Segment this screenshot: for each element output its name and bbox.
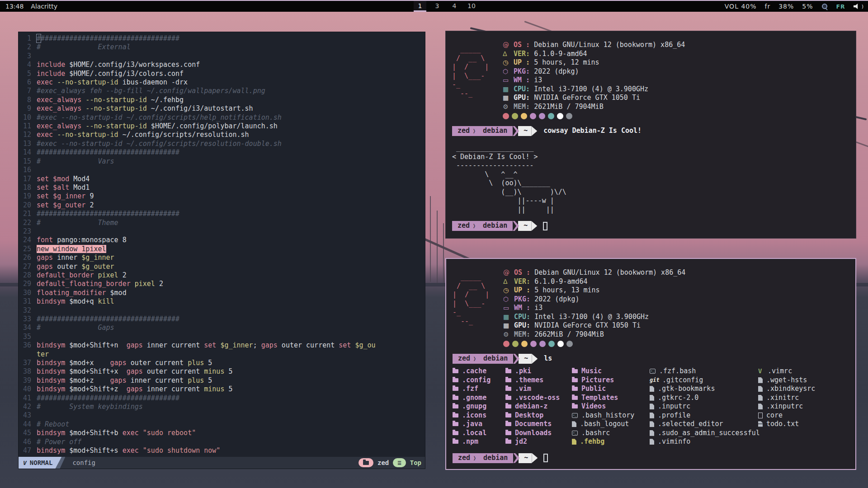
- code-line-20[interactable]: 20set $g_outer 2: [19, 201, 425, 210]
- fetch-row-wm: ▭WM : i3: [503, 304, 685, 313]
- ls-entry: .viminfo: [650, 437, 758, 446]
- editor-statusline: V NORMAL config zed ≡ Top: [19, 457, 425, 469]
- palette-dot: [503, 341, 509, 347]
- code-line-39[interactable]: 39bindsym $mod+z gaps inner current plus…: [19, 376, 425, 385]
- code-line-28[interactable]: 28default_border pixel 2: [19, 271, 425, 280]
- code-line-30[interactable]: 30floating_modifier $mod: [19, 289, 425, 297]
- workspace-10[interactable]: 10: [465, 1, 478, 12]
- code-line-41[interactable]: 41###################################: [19, 394, 425, 403]
- line-number: 13: [19, 140, 37, 148]
- prompt-user: zed: [452, 221, 473, 231]
- workspace-1[interactable]: 1: [414, 1, 426, 12]
- code-line-8[interactable]: 8exec_always --no-startup-id ~/.fehbg: [19, 96, 425, 104]
- statusline-right: zed ≡ Top: [359, 458, 425, 467]
- code-line-15[interactable]: 15# Vars: [19, 157, 425, 166]
- code-line-10[interactable]: 10#exec --no-startup-id ~/.config/script…: [19, 113, 425, 122]
- workspace-3[interactable]: 3: [431, 1, 443, 12]
- prompt-chevron-icon: [474, 453, 478, 463]
- code-line-40[interactable]: 40bindsym $mod+Shift+z gaps inner curren…: [19, 385, 425, 394]
- code-line-9[interactable]: 9exec_always --no-startup-id ~/.config/i…: [19, 104, 425, 113]
- folder-icon: [453, 413, 458, 418]
- line-number: 8: [19, 96, 37, 104]
- code-line-13[interactable]: 13#exec --no-startup-id ~/.config/script…: [19, 140, 425, 148]
- code-line-3[interactable]: 3: [19, 52, 425, 61]
- mode-segment: V NORMAL: [19, 457, 61, 469]
- line-text: set $g_inner 9: [37, 192, 380, 201]
- code-line-29[interactable]: 29default_floating_border pixel 2: [19, 280, 425, 288]
- code-line-2[interactable]: 2# External: [19, 43, 425, 52]
- code-line-33[interactable]: 33###################################: [19, 315, 425, 324]
- ls-entry-name: .fehbg: [580, 437, 604, 446]
- code-line-14[interactable]: 14###################################: [19, 148, 425, 157]
- code-line-32[interactable]: 32: [19, 306, 425, 315]
- workspace-4[interactable]: 4: [448, 1, 461, 12]
- palette-dot: [557, 341, 564, 347]
- code-line-42[interactable]: 42# System keybindings: [19, 403, 425, 411]
- keyboard-layout-indicator[interactable]: FR: [836, 3, 845, 10]
- ls-entry-name: debian-z: [515, 402, 547, 411]
- line-text: default_floating_border pixel 2: [37, 280, 380, 288]
- code-area[interactable]: 1###################################2# E…: [19, 32, 425, 457]
- code-line-24[interactable]: 24font pango:monospace 8: [19, 236, 425, 244]
- prompt-row-idle[interactable]: zeddebian~: [452, 221, 856, 231]
- code-line-18[interactable]: 18set $alt Mod1: [19, 183, 425, 192]
- editor-window[interactable]: 1###################################2# E…: [18, 32, 425, 469]
- vim-icon: V: [758, 367, 764, 376]
- magnifier-tray-icon[interactable]: [821, 3, 828, 10]
- ls-entry-name: .themes: [515, 376, 543, 385]
- code-line-36[interactable]: 36bindsym $mod+Shift+n gaps inner curren…: [19, 341, 425, 359]
- palette-dot: [566, 341, 573, 347]
- palette-dot: [548, 113, 554, 119]
- ver-label: VER:: [514, 277, 534, 286]
- fetch-row-mem: ⚙MEM: 2621MiB / 7904MiB: [503, 103, 685, 112]
- ver-label: VER:: [514, 50, 534, 59]
- code-line-35[interactable]: 35: [19, 333, 425, 341]
- code-line-44[interactable]: 44# Reboot: [19, 420, 425, 429]
- memory-percent: 38%: [778, 3, 794, 10]
- ls-entry-name: .profile: [658, 411, 690, 420]
- code-line-1[interactable]: 1###################################: [19, 34, 425, 43]
- code-line-34[interactable]: 34# Gaps: [19, 324, 425, 332]
- code-line-43[interactable]: 43: [19, 411, 425, 420]
- code-line-11[interactable]: 11exec_always --no-startup-id $HOME/.con…: [19, 122, 425, 131]
- terminal-window-bottom[interactable]: _____ / __ \ | / | | \___- -_ --_@OS : D…: [445, 258, 856, 470]
- code-line-45[interactable]: 45bindsym $mod+Shift+b exec "sudo reboot…: [19, 429, 425, 437]
- terminal-window-top[interactable]: _____ / __ \ | / | | \___- -_ --_@OS : D…: [445, 31, 856, 239]
- code-line-6[interactable]: 6exec --no-startup-id ibus-daemon -drx: [19, 78, 425, 87]
- code-line-38[interactable]: 38bindsym $mod+Shift+x gaps outer curren…: [19, 367, 425, 376]
- code-line-12[interactable]: 12exec --no-startup-id ~/.config/scripts…: [19, 131, 425, 139]
- line-number: 41: [19, 394, 37, 403]
- code-line-25[interactable]: 25new_window 1pixel: [19, 245, 425, 253]
- prompt-arrow-tip: [532, 453, 538, 463]
- code-line-17[interactable]: 17set $mod Mod4: [19, 175, 425, 183]
- prompt-row-idle[interactable]: zeddebian~: [453, 453, 855, 464]
- code-line-47[interactable]: 47bindsym $mod+Shift+s exec "sudo shutdo…: [19, 446, 425, 455]
- code-line-37[interactable]: 37bindsym $mod+x gaps outer current plus…: [19, 359, 425, 367]
- ls-entry-name: .gnome: [462, 394, 486, 403]
- ls-entry: Downloads: [505, 429, 572, 438]
- code-line-7[interactable]: 7#exec_always feh --bg-fill ~/.config/wa…: [19, 87, 425, 95]
- gpu-value: NVIDIA GeForce GTX 1050 Ti: [534, 321, 641, 330]
- code-line-4[interactable]: 4include $HOME/.config/i3/workspaces.con…: [19, 61, 425, 69]
- code-line-27[interactable]: 27gaps outer $g_outer: [19, 263, 425, 271]
- ls-entry-name: .npm: [462, 437, 478, 446]
- speaker-icon[interactable]: [854, 4, 860, 9]
- code-line-22[interactable]: 22# Theme: [19, 219, 425, 227]
- folder-icon: [505, 404, 511, 408]
- code-line-31[interactable]: 31bindsym $mod+q kill: [19, 297, 425, 306]
- prompt-path: ~: [519, 453, 532, 463]
- code-line-26[interactable]: 26gaps inner $g_inner: [19, 253, 425, 262]
- code-line-23[interactable]: 23: [19, 227, 425, 236]
- line-text: bindsym $mod+x gaps outer current plus 5: [37, 359, 380, 367]
- code-line-5[interactable]: 5include $HOME/.config/i3/colors.conf: [19, 70, 425, 78]
- color-palette-dots: [503, 113, 685, 119]
- line-text: # Reboot: [37, 420, 380, 429]
- code-line-46[interactable]: 46# Power off: [19, 438, 425, 446]
- ls-entry: ›_.bashrc: [572, 429, 650, 438]
- palette-dot: [557, 113, 563, 119]
- code-line-16[interactable]: 16: [19, 166, 425, 174]
- code-line-21[interactable]: 21###################################: [19, 210, 425, 218]
- code-line-19[interactable]: 19set $g_inner 9: [19, 192, 425, 201]
- line-text: # Gaps: [37, 324, 380, 332]
- fetch-row-os: @OS : Debian GNU/Linux 12 (bookworm) x86…: [503, 268, 685, 277]
